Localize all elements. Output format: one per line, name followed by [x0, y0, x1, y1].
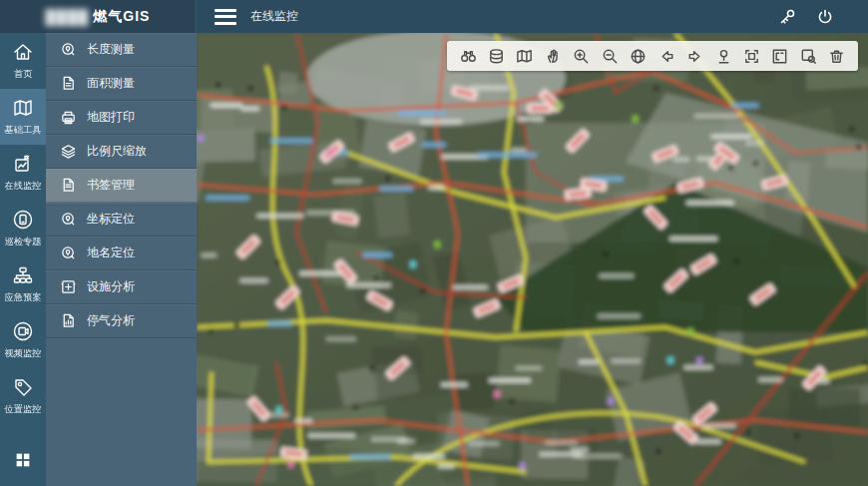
menu-item-5[interactable]: 坐标定位: [46, 203, 197, 237]
inspection-icon: [12, 209, 34, 231]
sidebar-item-4[interactable]: 应急预案: [0, 256, 46, 312]
header-main: 在线监控: [197, 0, 868, 33]
fullscreen-frame-icon[interactable]: [741, 45, 763, 67]
map-tools-icon: [12, 97, 34, 119]
org-network-icon: [12, 264, 34, 286]
menu-item-8[interactable]: 停气分析: [46, 304, 197, 338]
pin-badge-icon: [60, 211, 77, 228]
location-tag-icon: [12, 376, 34, 398]
app-window: ████ 燃气GIS 在线监控 首页基础工具在线监控巡检专题应急预案视频监控位置…: [0, 0, 868, 486]
menu-item-2[interactable]: 地图打印: [46, 101, 197, 135]
document-icon: [60, 75, 77, 92]
menu-item-6[interactable]: 地名定位: [46, 237, 197, 270]
next-view-icon[interactable]: [684, 45, 706, 67]
pin-badge-icon: [60, 244, 77, 261]
menu-item-label: 书签管理: [87, 177, 135, 194]
menu-item-label: 长度测量: [87, 41, 135, 58]
satellite-map-canvas[interactable]: [197, 33, 868, 486]
sidebar-item-3[interactable]: 巡检专题: [0, 201, 46, 256]
monitor-chart-icon: [12, 153, 34, 175]
home-icon: [12, 41, 34, 63]
sidebar-item-label: 在线监控: [5, 180, 42, 193]
identify-query-icon[interactable]: [797, 45, 819, 67]
hamburger-menu-icon[interactable]: [215, 9, 236, 25]
menu-item-label: 坐标定位: [87, 211, 135, 228]
sidebar-item-2[interactable]: 在线监控: [0, 145, 46, 201]
body: 首页基础工具在线监控巡检专题应急预案视频监控位置监控 长度测量面积测量地图打印比…: [0, 33, 868, 486]
header: ████ 燃气GIS 在线监控: [0, 0, 868, 33]
menu-item-label: 地名定位: [87, 244, 135, 261]
menu-item-0[interactable]: 长度测量: [46, 33, 197, 67]
menu-item-label: 设施分析: [87, 278, 135, 295]
video-monitor-icon: [12, 320, 34, 342]
menu-item-label: 比例尺缩放: [87, 143, 147, 160]
clip-extent-icon[interactable]: [769, 45, 791, 67]
menu-item-7[interactable]: 设施分析: [46, 270, 197, 304]
key-icon[interactable]: [778, 8, 796, 26]
sidebar-item-label: 首页: [14, 68, 32, 81]
previous-view-icon[interactable]: [655, 45, 677, 67]
header-tab-online-monitoring[interactable]: 在线监控: [250, 8, 298, 25]
layers-cylinder-icon[interactable]: [485, 45, 507, 67]
menu-item-4[interactable]: 书签管理: [46, 169, 197, 203]
sidebar-item-5[interactable]: 视频监控: [0, 312, 46, 368]
menu-item-label: 面积测量: [87, 75, 135, 92]
sidebar-item-label: 视频监控: [5, 347, 42, 360]
sidebar-item-label: 位置监控: [5, 403, 42, 416]
clear-trash-icon[interactable]: [826, 45, 848, 67]
sidebar-item-label: 基础工具: [5, 124, 42, 137]
zoom-out-icon[interactable]: [599, 45, 621, 67]
doc-chart-icon: [60, 312, 77, 329]
square-plus-icon: [60, 278, 77, 295]
map-viewport[interactable]: [197, 33, 868, 486]
sidebar-icon-rail: 首页基础工具在线监控巡检专题应急预案视频监控位置监控: [0, 33, 46, 486]
menu-item-3[interactable]: 比例尺缩放: [46, 135, 197, 169]
overview-binoculars-icon[interactable]: [457, 45, 479, 67]
menu-item-1[interactable]: 面积测量: [46, 67, 197, 101]
menu-item-label: 地图打印: [87, 109, 135, 126]
locate-pin-icon[interactable]: [712, 45, 734, 67]
app-title-text: 燃气GIS: [93, 8, 150, 26]
sidebar-item-label: 应急预案: [5, 291, 42, 304]
sidebar-item-1[interactable]: 基础工具: [0, 89, 46, 145]
pan-hand-icon[interactable]: [542, 45, 564, 67]
basemap-icon[interactable]: [514, 45, 536, 67]
sidebar-item-label: 巡检专题: [5, 236, 42, 248]
bookmark-doc-icon: [60, 177, 77, 194]
app-title: ████ 燃气GIS: [0, 0, 197, 33]
layers-icon: [60, 143, 77, 160]
printer-icon: [60, 109, 77, 126]
sidebar-item-6[interactable]: 位置监控: [0, 368, 46, 424]
zoom-in-icon[interactable]: [571, 45, 593, 67]
sidebar-item-0[interactable]: 首页: [0, 33, 46, 89]
tools-menu-panel: 长度测量面积测量地图打印比例尺缩放书签管理坐标定位地名定位设施分析停气分析: [46, 33, 197, 486]
redacted-city-name: ████: [46, 9, 90, 25]
menu-item-label: 停气分析: [87, 312, 135, 329]
full-extent-globe-icon[interactable]: [628, 45, 650, 67]
power-icon[interactable]: [816, 8, 834, 26]
apps-grid-icon[interactable]: [0, 434, 46, 486]
map-toolbar: [447, 41, 858, 71]
header-right-icons: [778, 8, 834, 26]
pin-badge-icon: [60, 41, 77, 58]
